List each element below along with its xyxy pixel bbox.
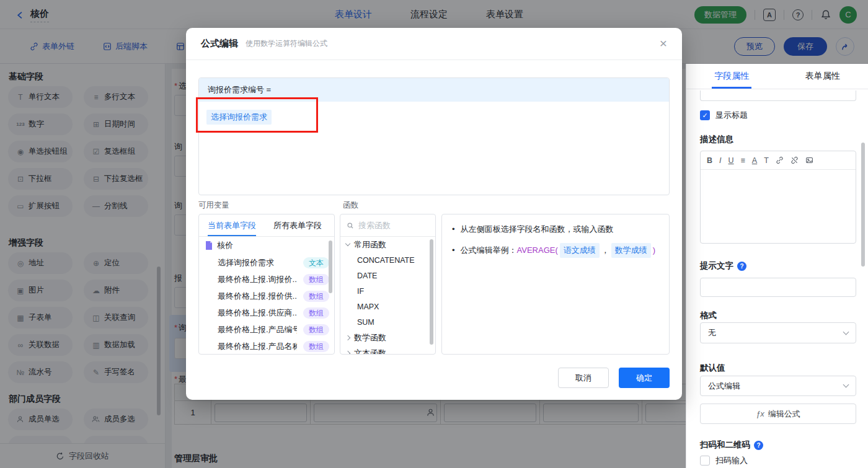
variable-item[interactable]: 最终价格上报.产品名称数组	[199, 338, 334, 355]
tab-current-form-fields[interactable]: 当前表单字段	[199, 214, 265, 236]
description-editor[interactable]: B I U ≡ A T	[700, 151, 856, 244]
scan-input-option[interactable]: 扫码输入	[700, 455, 748, 466]
variables-scrollbar[interactable]	[329, 241, 332, 293]
annotation-red-box	[196, 97, 318, 133]
caret-down-icon	[345, 241, 350, 246]
function-item[interactable]: DATE	[340, 268, 435, 283]
form-doc-icon	[205, 241, 213, 250]
variable-item[interactable]: 最终价格上报.询报价...数组	[199, 271, 334, 288]
qr-section-label: 扫码和二维码 ?	[700, 439, 763, 451]
description-label: 描述信息	[700, 134, 733, 145]
fx-icon: ƒx	[756, 409, 764, 418]
function-search-input[interactable]	[358, 221, 420, 230]
insert-image-icon[interactable]	[805, 156, 813, 164]
function-item[interactable]: MAPX	[340, 299, 435, 314]
tip-example-prefix: 公式编辑举例：	[461, 244, 517, 257]
function-group-math[interactable]: 数学函数	[340, 330, 435, 345]
tips-panel: •从左侧面板选择字段名和函数，或输入函数 • 公式编辑举例： AVERAGE( …	[441, 214, 670, 355]
form-node[interactable]: 核价	[199, 237, 334, 254]
tip-text: 从左侧面板选择字段名和函数，或输入函数	[461, 223, 614, 236]
remove-link-icon[interactable]	[790, 156, 799, 164]
help-icon[interactable]: ?	[754, 441, 763, 450]
example-function-close: )	[653, 244, 655, 257]
cancel-button[interactable]: 取消	[558, 368, 609, 388]
font-color-icon[interactable]: A	[752, 156, 757, 165]
caret-right-icon	[345, 335, 350, 340]
functions-panel: 常用函数 CONCATENATE DATE IF MAPX SUM 数学函数 文…	[340, 214, 436, 355]
hint-text-input[interactable]	[700, 278, 856, 297]
variables-section-label: 可用变量	[198, 200, 229, 211]
panel-scrollbar[interactable]	[861, 143, 865, 267]
variable-item[interactable]: 选择询报价需求文本	[199, 254, 334, 271]
edit-formula-button[interactable]: ƒx 编辑公式	[700, 404, 856, 424]
modal-title: 公式编辑	[201, 38, 238, 50]
type-badge: 数组	[303, 291, 329, 302]
rich-text-toolbar: B I U ≡ A T	[701, 151, 856, 170]
tab-field-properties[interactable]: 字段属性	[686, 64, 777, 89]
bold-icon[interactable]: B	[707, 156, 712, 165]
tab-all-form-fields[interactable]: 所有表单字段	[265, 214, 330, 236]
type-badge: 数组	[303, 274, 329, 285]
checkbox-unchecked-icon[interactable]	[700, 456, 710, 466]
chevron-down-icon	[843, 329, 849, 335]
variables-panel: 当前表单字段 所有表单字段 核价 选择询报价需求文本 最终价格上报.询报价...…	[198, 214, 335, 355]
font-size-icon[interactable]: T	[764, 156, 769, 165]
example-field-chip: 数学成绩	[611, 243, 651, 258]
underline-icon[interactable]: U	[728, 156, 734, 165]
confirm-button[interactable]: 确定	[619, 368, 670, 388]
hint-text-label: 提示文字 ?	[700, 260, 746, 272]
show-title-option[interactable]: ✓ 显示标题	[700, 110, 748, 121]
variable-item[interactable]: 最终价格上报.供应商...数组	[199, 304, 334, 321]
type-badge: 数组	[303, 341, 329, 352]
default-value-select[interactable]: 公式编辑	[700, 376, 856, 396]
function-item[interactable]: CONCATENATE	[340, 252, 435, 268]
formula-edit-modal: 公式编辑 使用数学运算符编辑公式 × 询报价需求编号 = 选择询报价需求 可用变…	[186, 28, 682, 400]
function-group-text[interactable]: 文本函数	[340, 345, 435, 355]
format-select[interactable]: 无	[700, 322, 856, 343]
caret-right-icon	[345, 350, 350, 355]
app-window: 核价 表单设计 流程设定 表单设置 数据管理 A ? C 表	[0, 0, 868, 468]
type-badge: 数组	[303, 324, 329, 335]
type-badge: 数组	[303, 307, 329, 319]
functions-section-label: 函数	[343, 200, 358, 211]
chevron-down-icon	[843, 382, 849, 388]
function-item[interactable]: IF	[340, 283, 435, 299]
help-icon[interactable]: ?	[737, 262, 746, 271]
variable-item[interactable]: 最终价格上报.产品编号数组	[199, 321, 334, 338]
example-field-chip: 语文成绩	[560, 243, 600, 258]
field-title-input[interactable]	[700, 91, 856, 101]
format-label: 格式	[700, 310, 717, 321]
example-function-open: AVERAGE(	[517, 244, 558, 257]
type-badge: 文本	[303, 257, 329, 268]
function-item[interactable]: SUM	[340, 314, 435, 330]
tab-form-properties[interactable]: 表单属性	[777, 64, 868, 89]
functions-scrollbar[interactable]	[430, 239, 433, 345]
insert-link-icon[interactable]	[776, 156, 784, 164]
checkbox-checked-icon[interactable]: ✓	[700, 110, 710, 120]
variable-item[interactable]: 最终价格上报.报价供...数组	[199, 288, 334, 304]
formula-editor-area[interactable]: 询报价需求编号 = 选择询报价需求	[198, 77, 670, 195]
property-panel: 字段属性 表单属性 ✓ 显示标题 描述信息 B I U ≡ A T 提示文字	[686, 64, 868, 468]
default-value-label: 默认值	[700, 363, 725, 374]
close-icon[interactable]: ×	[660, 37, 667, 50]
example-comma: ，	[601, 244, 609, 257]
search-icon	[347, 222, 354, 229]
italic-icon[interactable]: I	[719, 156, 721, 165]
function-group-common[interactable]: 常用函数	[340, 237, 435, 252]
align-icon[interactable]: ≡	[741, 156, 745, 165]
modal-subtitle: 使用数学运算符编辑公式	[246, 38, 327, 49]
